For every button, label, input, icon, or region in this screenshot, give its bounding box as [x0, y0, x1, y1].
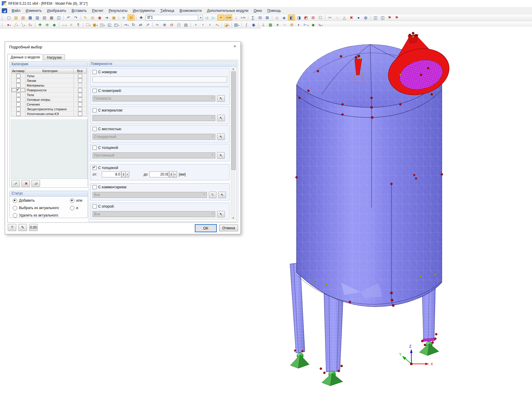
scroll-up-icon[interactable]: ▲	[231, 67, 235, 71]
display-properties-button[interactable]: ◪	[224, 22, 230, 28]
pick-geometry-button[interactable]	[217, 95, 225, 102]
snap-node-button[interactable]: ⊕	[44, 22, 50, 28]
logic-or-radio[interactable]: или	[70, 198, 82, 203]
status-select-from-current-radio[interactable]: Выбрать из актуального	[13, 206, 59, 210]
scroll-down-icon[interactable]: ▼	[231, 216, 235, 220]
with-material-checkbox[interactable]	[93, 108, 97, 112]
clipping-plane-button[interactable]: ✂	[327, 15, 333, 20]
units-settings-button[interactable]: 0.00	[29, 224, 38, 231]
show-load-values-button[interactable]: X.XX	[225, 15, 232, 20]
all-checkbox[interactable]	[78, 88, 82, 92]
open-file-button[interactable]: ▨	[13, 15, 19, 20]
category-row[interactable]: Линии	[11, 78, 87, 83]
menu-item[interactable]: Помощь	[265, 8, 283, 14]
category-row[interactable]: Эксцентриситеты стержня	[11, 107, 87, 112]
panel-b-button[interactable]: ◫	[379, 15, 386, 20]
menu-item[interactable]: Таблица	[157, 8, 177, 14]
user-view-button[interactable]: ◱	[106, 22, 113, 28]
calculation-button[interactable]: ∑	[250, 15, 256, 20]
activate-checkbox[interactable]	[16, 102, 20, 106]
invert-category-selection-button[interactable]: ⇄	[31, 180, 40, 187]
add-node-button[interactable]: ✚	[37, 22, 43, 28]
renumber-button[interactable]: №	[154, 22, 161, 28]
status-add-radio[interactable]: Добавить	[13, 198, 59, 203]
pick-thickness-type-button[interactable]	[217, 152, 225, 159]
category-row[interactable]: Поверхности	[11, 88, 87, 93]
comment-tool-button[interactable]: ¶	[75, 22, 82, 28]
toolbar-grip[interactable]	[2, 15, 4, 20]
redo-button[interactable]: ↷	[72, 15, 79, 20]
with-comment-checkbox[interactable]	[93, 185, 97, 189]
thickness-from-stepper[interactable]: 8.0 ▲▼▸	[102, 172, 129, 177]
menu-item[interactable]: Возможности	[177, 8, 204, 14]
menu-item[interactable]: Изобразить	[44, 8, 69, 14]
table-list-button[interactable]: ≡	[120, 15, 127, 20]
load-case-combobox-dropdown-icon[interactable]: ▼	[199, 15, 203, 20]
category-row[interactable]: Узловые опоры	[11, 97, 87, 102]
all-checkbox[interactable]	[78, 93, 82, 97]
table-grid-button[interactable]: ⊞	[128, 15, 135, 20]
scroll-thumb[interactable]	[231, 71, 236, 170]
zoom-in-button[interactable]: ⊕	[161, 22, 168, 28]
show-fe-mesh-button[interactable]: ⊞	[310, 15, 316, 20]
special-selection-button[interactable]: ◇	[274, 15, 280, 20]
category-row[interactable]: Узлы	[11, 74, 87, 78]
view-z-button[interactable]: Z	[207, 22, 213, 28]
render-mode-button[interactable]: ◍	[362, 15, 369, 20]
edit-tool-button[interactable]: ✎	[82, 15, 89, 20]
category-row[interactable]: Уплотнения сетки КЭ	[11, 112, 87, 116]
show-supports-button[interactable]: ◩	[303, 15, 309, 20]
pointer-tool-button[interactable]: ➔	[103, 15, 110, 20]
activate-checkbox[interactable]	[16, 98, 20, 102]
format-painter-button[interactable]: ▤	[233, 22, 240, 28]
menu-item[interactable]: Расчет	[89, 8, 106, 14]
partial-view-button[interactable]: ◳	[99, 22, 106, 28]
with-thickness-type-checkbox[interactable]	[93, 146, 97, 150]
comment-note-button[interactable]: ✎	[18, 224, 27, 231]
guide-lines-button[interactable]: ◉	[250, 22, 257, 28]
prev-load-case-button[interactable]: ◁	[203, 15, 210, 20]
activate-checkbox[interactable]	[16, 83, 20, 87]
print-flag-a-button[interactable]: ⚑	[386, 15, 393, 20]
menu-item[interactable]: Окно	[251, 8, 265, 14]
activate-checkbox[interactable]	[16, 107, 20, 111]
activate-checkbox[interactable]	[16, 79, 20, 83]
view-x-button[interactable]: X	[192, 22, 199, 28]
status-remove-from-current-radio[interactable]: Удалить из актуального	[13, 213, 59, 218]
new-line-button[interactable]: ╱	[13, 22, 19, 28]
display-settings-button[interactable]: ◈	[281, 15, 287, 20]
material-select[interactable]: ∨	[93, 115, 215, 121]
category-row[interactable]: Тела	[11, 93, 87, 97]
work-plane-button[interactable]: ◉	[96, 15, 103, 20]
object-info-button[interactable]: ●	[355, 15, 362, 20]
with-support-checkbox[interactable]	[93, 204, 97, 208]
pick-material-button[interactable]	[217, 115, 225, 121]
close-icon[interactable]: ×	[232, 44, 238, 49]
all-checkbox[interactable]	[78, 107, 82, 111]
saved-views-button[interactable]: ◰	[113, 22, 120, 28]
thickness-to-stepper[interactable]: 20.0 ▲▼▸	[149, 172, 177, 177]
save-as-button[interactable]: ▦	[27, 15, 34, 20]
new-member-button[interactable]: ╲	[20, 22, 26, 28]
menu-item[interactable]: Результаты	[106, 8, 130, 14]
cancel-button[interactable]: Отмена	[219, 225, 238, 231]
clipboard-button[interactable]: ▤	[41, 15, 48, 20]
calc-table-b-button[interactable]: ⊠	[264, 15, 270, 20]
print-preview-button[interactable]: ◫	[55, 15, 62, 20]
all-checkbox[interactable]	[78, 83, 82, 87]
support-select[interactable]: Все∨	[93, 211, 215, 217]
all-checkbox[interactable]	[78, 112, 82, 116]
toolbar-grip[interactable]	[2, 23, 4, 27]
surfaces-scrollbar[interactable]: ▲ ▼	[231, 67, 235, 220]
all-checkbox[interactable]	[78, 98, 82, 102]
isometric-view-button[interactable]: ▧	[183, 22, 189, 28]
menu-item[interactable]: Дополнительные модули	[204, 8, 251, 14]
delete-tool-button[interactable]: ✖	[348, 15, 355, 20]
pick-comment-button[interactable]	[218, 192, 226, 198]
dimensions-button[interactable]: ↔	[61, 22, 67, 28]
save-button[interactable]: ▥	[34, 15, 41, 20]
view-y-button[interactable]: Y	[200, 22, 206, 28]
show-results-button[interactable]: ↓	[233, 15, 239, 20]
pick-stiffness-button[interactable]	[217, 133, 225, 140]
mirror-copy-button[interactable]: ⇄	[137, 22, 144, 28]
